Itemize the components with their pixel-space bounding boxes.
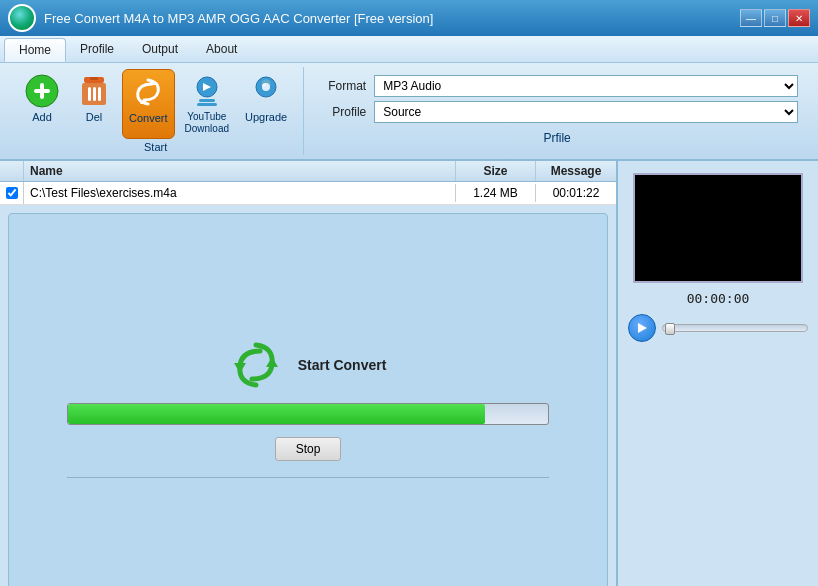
convert-arrows-icon xyxy=(230,339,282,391)
add-button[interactable]: Add xyxy=(18,69,66,139)
time-display: 00:00:00 xyxy=(687,291,750,306)
upgrade-button[interactable]: Upgrade xyxy=(239,69,293,139)
tab-about[interactable]: About xyxy=(192,38,251,62)
file-checkbox[interactable] xyxy=(6,187,18,199)
svg-rect-14 xyxy=(197,103,217,106)
convert-dialog-label: Start Convert xyxy=(298,357,387,373)
start-section: Add Del xyxy=(8,67,304,155)
del-button[interactable]: Del xyxy=(70,69,118,139)
upgrade-label: Upgrade xyxy=(245,111,287,123)
th-message: Message xyxy=(536,161,616,181)
tab-home[interactable]: Home xyxy=(4,38,66,62)
svg-rect-8 xyxy=(90,77,98,80)
minimize-button[interactable]: — xyxy=(740,9,762,27)
profile-row: Profile Source xyxy=(316,101,798,123)
svg-rect-7 xyxy=(98,87,101,101)
th-size: Size xyxy=(456,161,536,181)
play-button[interactable] xyxy=(628,314,656,342)
convert-label: Convert xyxy=(129,112,168,124)
preview-panel: 00:00:00 xyxy=(618,161,818,586)
stop-button[interactable]: Stop xyxy=(275,437,342,461)
toolbar-buttons: Add Del xyxy=(18,69,293,139)
progress-bar-fill xyxy=(68,404,485,424)
format-label: Format xyxy=(316,79,366,93)
menu-bar: Home Profile Output About xyxy=(0,36,818,63)
seek-thumb[interactable] xyxy=(665,323,675,335)
youtube-icon xyxy=(189,73,225,109)
main-content: Name Size Message C:\Test Files\exercise… xyxy=(0,161,818,586)
convert-dialog: Start Convert Stop xyxy=(8,213,608,586)
svg-marker-21 xyxy=(638,323,647,333)
profile-label: Profile xyxy=(316,105,366,119)
svg-rect-13 xyxy=(199,99,215,102)
del-icon xyxy=(76,73,112,109)
svg-marker-19 xyxy=(266,357,278,367)
convert-header: Start Convert xyxy=(230,339,387,391)
window-controls: — □ ✕ xyxy=(740,9,810,27)
add-label: Add xyxy=(32,111,52,123)
youtube-download-button[interactable]: YouTubeDownload xyxy=(179,69,235,139)
maximize-button[interactable]: □ xyxy=(764,9,786,27)
seek-bar[interactable] xyxy=(662,324,808,332)
progress-bar xyxy=(67,403,548,425)
upgrade-icon xyxy=(248,73,284,109)
tab-profile[interactable]: Profile xyxy=(66,38,128,62)
close-button[interactable]: ✕ xyxy=(788,9,810,27)
svg-marker-20 xyxy=(234,363,246,373)
title-bar: Free Convert M4A to MP3 AMR OGG AAC Conv… xyxy=(0,0,818,36)
file-duration: 00:01:22 xyxy=(536,184,616,202)
profile-select[interactable]: Source xyxy=(374,101,798,123)
format-section: Format MP3 Audio Profile Source Prfile xyxy=(304,71,810,151)
svg-rect-5 xyxy=(88,87,91,101)
start-label: Start xyxy=(144,141,167,153)
format-select[interactable]: MP3 Audio xyxy=(374,75,798,97)
divider xyxy=(67,477,548,478)
file-name: C:\Test Files\exercises.m4a xyxy=(24,184,456,202)
prfile-label: Prfile xyxy=(316,129,798,147)
row-checkbox[interactable] xyxy=(0,182,24,204)
app-title: Free Convert M4A to MP3 AMR OGG AAC Conv… xyxy=(44,11,433,26)
toolbar: Add Del xyxy=(0,63,818,161)
play-icon xyxy=(635,321,649,335)
convert-button[interactable]: Convert xyxy=(122,69,175,139)
del-label: Del xyxy=(86,111,103,123)
app-icon xyxy=(8,4,36,32)
add-icon xyxy=(24,73,60,109)
convert-icon xyxy=(130,74,166,110)
video-preview xyxy=(633,173,803,283)
playback-controls xyxy=(628,314,808,342)
left-panel: Name Size Message C:\Test Files\exercise… xyxy=(0,161,618,586)
file-size: 1.24 MB xyxy=(456,184,536,202)
svg-rect-6 xyxy=(93,87,96,101)
table-row: C:\Test Files\exercises.m4a 1.24 MB 00:0… xyxy=(0,182,616,205)
youtube-label: YouTubeDownload xyxy=(185,111,229,135)
th-check xyxy=(0,161,24,181)
svg-rect-2 xyxy=(40,83,44,99)
th-name: Name xyxy=(24,161,456,181)
file-table-header: Name Size Message xyxy=(0,161,616,182)
tab-output[interactable]: Output xyxy=(128,38,192,62)
format-row: Format MP3 Audio xyxy=(316,75,798,97)
